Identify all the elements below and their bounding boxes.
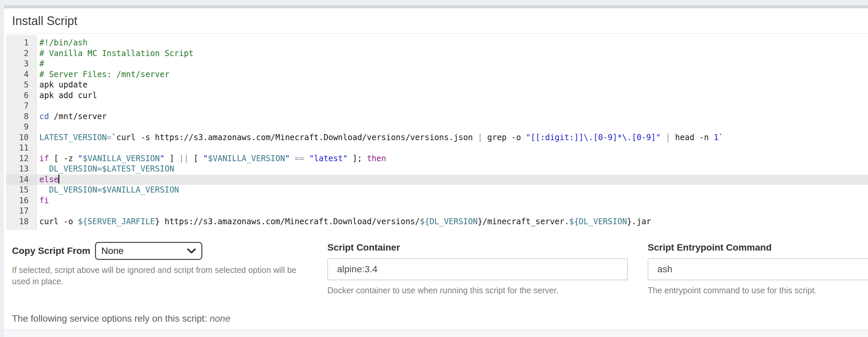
script-container-input[interactable] — [327, 258, 628, 280]
code-line[interactable]: # — [37, 59, 868, 69]
bottom-section-divider — [4, 330, 868, 337]
line-number: 15 — [6, 185, 36, 196]
line-number: 8 — [6, 111, 36, 122]
code-line[interactable]: # Vanilla MC Installation Script — [37, 48, 868, 59]
code-line[interactable]: if [ -z "$VANILLA_VERSION" ] || [ "$VANI… — [37, 153, 868, 164]
line-number: 17 — [6, 206, 36, 217]
copy-script-from-label: Copy Script From — [12, 245, 90, 257]
line-number: 18 — [6, 217, 36, 227]
line-number: 4 — [6, 69, 36, 80]
page-title: Install Script — [12, 14, 868, 28]
entrypoint-help: The entrypoint command to use for this s… — [648, 285, 868, 296]
code-line[interactable] — [37, 143, 868, 153]
code-line[interactable] — [37, 101, 868, 111]
entrypoint-label: Script Entrypoint Command — [648, 242, 868, 253]
line-number: 9 — [6, 122, 36, 133]
code-line[interactable]: # Server Files: /mnt/server — [37, 69, 868, 80]
code-line[interactable]: LATEST_VERSION=`curl -s https://s3.amazo… — [37, 133, 868, 143]
editor-gutter: 123456789101112131415161718 — [6, 35, 37, 230]
code-line[interactable] — [37, 122, 868, 133]
script-container-label: Script Container — [327, 242, 628, 253]
code-line[interactable]: fi — [37, 196, 868, 206]
line-number: 13 — [6, 164, 36, 174]
code-line[interactable] — [37, 206, 868, 217]
line-number: 16 — [6, 196, 36, 206]
code-line[interactable]: cd /mnt/server — [37, 111, 868, 122]
script-options-row: Copy Script From None If selected, scrip… — [4, 242, 868, 299]
line-number: 11 — [6, 143, 36, 153]
entrypoint-group: Script Entrypoint Command The entrypoint… — [648, 242, 868, 296]
code-line[interactable]: #!/bin/ash — [37, 38, 868, 48]
chevron-down-icon — [187, 246, 196, 256]
line-number: 7 — [6, 101, 36, 111]
copy-script-from-group: Copy Script From None If selected, scrip… — [12, 242, 303, 287]
service-options-none: none — [210, 313, 230, 324]
editor-code[interactable]: #!/bin/ash# Vanilla MC Installation Scri… — [37, 35, 868, 230]
code-line[interactable]: apk add curl — [37, 90, 868, 101]
script-code-editor[interactable]: 123456789101112131415161718 #!/bin/ash# … — [6, 35, 868, 230]
code-line[interactable]: DL_VERSION=$VANILLA_VERSION — [37, 185, 868, 196]
code-line[interactable]: curl -o ${SERVER_JARFILE} https://s3.ama… — [37, 217, 868, 227]
card-header: Install Script — [4, 8, 868, 34]
line-number: 14 — [6, 174, 36, 185]
line-number: 2 — [6, 48, 36, 59]
entrypoint-input[interactable] — [648, 258, 868, 280]
script-container-help: Docker container to use when running thi… — [327, 285, 628, 296]
line-number: 12 — [6, 153, 36, 164]
copy-script-from-value: None — [101, 246, 187, 256]
copy-script-from-select[interactable]: None — [95, 242, 202, 260]
copy-script-from-help: If selected, script above will be ignore… — [12, 264, 303, 287]
line-number: 10 — [6, 133, 36, 143]
install-script-card: Install Script 1234567891011121314151617… — [4, 5, 868, 337]
line-number: 5 — [6, 80, 36, 90]
service-options-note: The following service options rely on th… — [12, 313, 868, 324]
code-line[interactable]: else — [37, 174, 868, 185]
text-cursor — [58, 174, 59, 184]
code-line[interactable]: apk update — [37, 80, 868, 90]
script-container-group: Script Container Docker container to use… — [327, 242, 628, 296]
code-line[interactable]: DL_VERSION=$LATEST_VERSION — [37, 164, 868, 174]
line-number: 6 — [6, 90, 36, 101]
line-number: 1 — [6, 38, 36, 48]
line-number: 3 — [6, 59, 36, 69]
